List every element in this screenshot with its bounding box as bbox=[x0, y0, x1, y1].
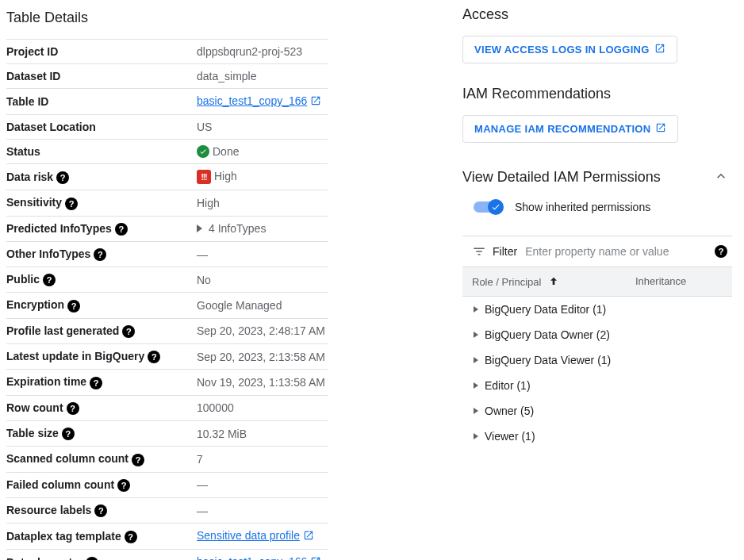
details-value-text: Sep 20, 2023, 2:48:17 AM bbox=[197, 324, 325, 337]
help-icon[interactable] bbox=[125, 531, 137, 543]
details-label: Row count bbox=[6, 395, 197, 420]
details-label-text: Expiration time bbox=[6, 375, 86, 388]
details-value-text: — bbox=[197, 478, 208, 491]
details-value: — bbox=[197, 472, 328, 497]
role-row[interactable]: Owner (5) bbox=[462, 398, 732, 424]
role-name: Owner (5) bbox=[485, 405, 534, 417]
help-icon[interactable] bbox=[65, 198, 78, 210]
details-value-text: 10.32 MiB bbox=[197, 428, 247, 440]
details-label: Sensitivity bbox=[6, 190, 197, 216]
details-label: Profile last generated bbox=[6, 318, 197, 343]
details-value: Sep 20, 2023, 2:48:17 AM bbox=[197, 318, 328, 343]
dataplex_tag_template-link[interactable]: Sensitive data profile bbox=[197, 529, 300, 542]
help-icon[interactable] bbox=[94, 504, 107, 517]
arrow-up-icon bbox=[547, 275, 560, 288]
help-icon[interactable] bbox=[56, 171, 69, 184]
help-icon[interactable] bbox=[117, 479, 130, 492]
role-row[interactable]: Viewer (1) bbox=[462, 424, 732, 449]
details-label: Table size bbox=[6, 420, 197, 446]
external-link-icon bbox=[303, 530, 314, 543]
details-value-text: 100000 bbox=[197, 401, 234, 414]
help-icon[interactable] bbox=[67, 300, 80, 313]
status-done: Done bbox=[197, 145, 239, 158]
expand-triangle-icon bbox=[474, 433, 478, 439]
role-row[interactable]: Editor (1) bbox=[462, 373, 732, 398]
details-label-text: Public bbox=[6, 273, 40, 286]
details-row-table_id: Table IDbasic_test1_copy_166 bbox=[6, 89, 328, 115]
permissions-table-header: Role / Principal Inheritance bbox=[462, 267, 732, 297]
details-label: Data risk bbox=[6, 164, 197, 190]
details-value: Done bbox=[197, 140, 328, 164]
details-table: Project IDdlppsbqrun2-proj-523Dataset ID… bbox=[6, 39, 328, 560]
role-row[interactable]: BigQuery Data Editor (1) bbox=[462, 297, 732, 322]
toggle-knob bbox=[488, 199, 504, 215]
details-value: 10.32 MiB bbox=[197, 420, 328, 446]
help-icon[interactable] bbox=[122, 325, 135, 338]
risk-text: High bbox=[214, 170, 237, 182]
details-value: 4 InfoTypes bbox=[197, 216, 328, 241]
details-value: High bbox=[197, 190, 328, 216]
details-value: data_simple bbox=[197, 64, 328, 89]
help-icon[interactable] bbox=[115, 223, 128, 236]
view-access-logs-button[interactable]: VIEW ACCESS LOGS IN LOGGING bbox=[462, 36, 677, 63]
details-label: Predicted InfoTypes bbox=[6, 216, 197, 241]
details-row-scanned_column_count: Scanned column count7 bbox=[6, 447, 328, 472]
details-row-dataset_id: Dataset IDdata_simple bbox=[6, 64, 328, 89]
role-name: BigQuery Data Viewer (1) bbox=[485, 354, 611, 366]
details-label: Expiration time bbox=[6, 370, 197, 395]
chevron-up-icon[interactable] bbox=[710, 165, 732, 190]
filter-input[interactable] bbox=[525, 245, 711, 258]
details-label-text: Scanned column count bbox=[6, 452, 128, 465]
help-icon[interactable] bbox=[132, 454, 144, 466]
help-icon[interactable] bbox=[43, 274, 56, 286]
details-label: Latest update in BigQuery bbox=[6, 344, 197, 370]
iam-detail-heading: View Detailed IAM Permissions bbox=[462, 169, 661, 186]
details-label: Dataplex tag template bbox=[6, 524, 197, 550]
details-label: Status bbox=[6, 140, 197, 164]
details-label-text: Dataset ID bbox=[6, 70, 60, 82]
role-row[interactable]: BigQuery Data Viewer (1) bbox=[462, 347, 732, 373]
column-inheritance[interactable]: Inheritance bbox=[635, 275, 723, 288]
help-icon[interactable] bbox=[148, 351, 160, 363]
details-value: 7 bbox=[197, 447, 328, 472]
dataplex_entry-link[interactable]: basic_test1_copy_166 bbox=[197, 555, 307, 560]
role-name: Editor (1) bbox=[485, 379, 531, 392]
help-icon[interactable] bbox=[86, 557, 98, 560]
role-row[interactable]: BigQuery Data Owner (2) bbox=[462, 322, 732, 347]
access-heading: Access bbox=[462, 6, 732, 23]
column-label: Inheritance bbox=[635, 275, 686, 287]
external-link-icon bbox=[310, 556, 321, 560]
details-label-text: Profile last generated bbox=[6, 324, 119, 337]
help-icon[interactable] bbox=[90, 377, 102, 389]
details-row-table_size: Table size10.32 MiB bbox=[6, 420, 328, 446]
help-icon[interactable] bbox=[67, 402, 79, 415]
role-name: Viewer (1) bbox=[485, 430, 535, 443]
details-label: Encryption bbox=[6, 293, 197, 318]
details-label: Dataset Location bbox=[6, 115, 197, 140]
details-label-text: Table ID bbox=[6, 95, 48, 108]
details-label-text: Dataplex tag template bbox=[6, 530, 121, 543]
expand-triangle-icon bbox=[474, 408, 478, 414]
manage-iam-recommendation-button[interactable]: MANAGE IAM RECOMMENDATION bbox=[462, 115, 678, 143]
details-label-text: Predicted InfoTypes bbox=[6, 222, 112, 235]
details-label-text: Resource labels bbox=[6, 504, 91, 516]
details-row-other_infotypes: Other InfoTypes— bbox=[6, 241, 328, 267]
help-icon[interactable] bbox=[715, 245, 727, 258]
details-label: Resource labels bbox=[6, 497, 197, 523]
help-icon[interactable] bbox=[62, 428, 75, 440]
expand-triangle-icon[interactable] bbox=[197, 224, 202, 232]
column-role-principal[interactable]: Role / Principal bbox=[472, 275, 635, 288]
table_id-link[interactable]: basic_test1_copy_166 bbox=[197, 94, 307, 107]
details-value-text: dlppsbqrun2-proj-523 bbox=[197, 45, 302, 58]
details-row-status: StatusDone bbox=[6, 140, 328, 164]
iam-recommendations-heading: IAM Recommendations bbox=[462, 86, 732, 102]
details-row-latest_update_bq: Latest update in BigQuerySep 20, 2023, 2… bbox=[6, 344, 328, 370]
right-panel: Access VIEW ACCESS LOGS IN LOGGING IAM R… bbox=[462, 6, 732, 560]
details-value-text: Google Managed bbox=[197, 299, 282, 312]
details-label-text: Row count bbox=[6, 401, 63, 414]
details-value: — bbox=[197, 241, 328, 267]
details-row-predicted_infotypes: Predicted InfoTypes4 InfoTypes bbox=[6, 216, 328, 241]
inherited-permissions-toggle[interactable] bbox=[474, 201, 502, 213]
help-icon[interactable] bbox=[94, 248, 106, 261]
table-details-heading: Table Details bbox=[6, 10, 328, 26]
